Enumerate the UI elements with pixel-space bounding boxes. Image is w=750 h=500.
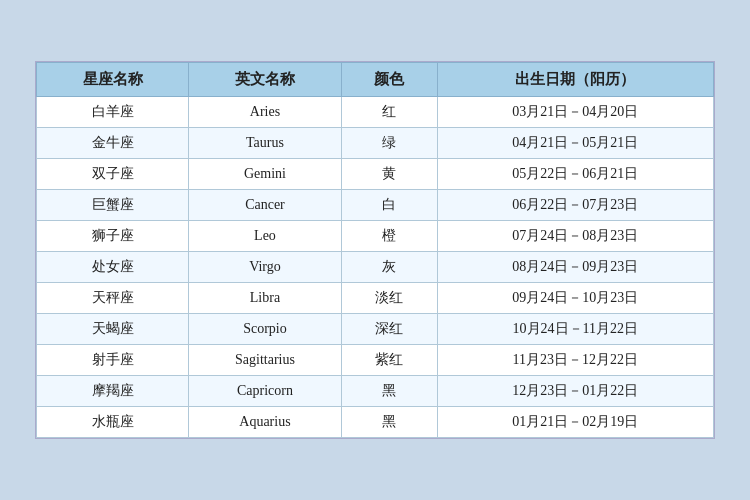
cell-3-3: 06月22日－07月23日 <box>437 190 713 221</box>
cell-1-1: Taurus <box>189 128 341 159</box>
col-header-chinese: 星座名称 <box>37 63 189 97</box>
cell-6-2: 淡红 <box>341 283 437 314</box>
table-row: 巨蟹座Cancer白06月22日－07月23日 <box>37 190 714 221</box>
cell-0-0: 白羊座 <box>37 97 189 128</box>
cell-8-0: 射手座 <box>37 345 189 376</box>
table-row: 双子座Gemini黄05月22日－06月21日 <box>37 159 714 190</box>
cell-2-2: 黄 <box>341 159 437 190</box>
table-row: 天秤座Libra淡红09月24日－10月23日 <box>37 283 714 314</box>
cell-5-3: 08月24日－09月23日 <box>437 252 713 283</box>
table-row: 水瓶座Aquarius黑01月21日－02月19日 <box>37 407 714 438</box>
cell-4-2: 橙 <box>341 221 437 252</box>
cell-1-2: 绿 <box>341 128 437 159</box>
col-header-dates: 出生日期（阳历） <box>437 63 713 97</box>
cell-4-0: 狮子座 <box>37 221 189 252</box>
table-row: 金牛座Taurus绿04月21日－05月21日 <box>37 128 714 159</box>
cell-9-3: 12月23日－01月22日 <box>437 376 713 407</box>
cell-6-1: Libra <box>189 283 341 314</box>
cell-1-0: 金牛座 <box>37 128 189 159</box>
table-header-row: 星座名称 英文名称 颜色 出生日期（阳历） <box>37 63 714 97</box>
cell-10-1: Aquarius <box>189 407 341 438</box>
cell-9-2: 黑 <box>341 376 437 407</box>
table-row: 狮子座Leo橙07月24日－08月23日 <box>37 221 714 252</box>
cell-7-2: 深红 <box>341 314 437 345</box>
cell-0-2: 红 <box>341 97 437 128</box>
table-row: 天蝎座Scorpio深红10月24日－11月22日 <box>37 314 714 345</box>
cell-2-1: Gemini <box>189 159 341 190</box>
col-header-color: 颜色 <box>341 63 437 97</box>
cell-0-1: Aries <box>189 97 341 128</box>
cell-2-3: 05月22日－06月21日 <box>437 159 713 190</box>
cell-6-3: 09月24日－10月23日 <box>437 283 713 314</box>
table-row: 摩羯座Capricorn黑12月23日－01月22日 <box>37 376 714 407</box>
cell-9-1: Capricorn <box>189 376 341 407</box>
zodiac-table: 星座名称 英文名称 颜色 出生日期（阳历） 白羊座Aries红03月21日－04… <box>36 62 714 438</box>
cell-0-3: 03月21日－04月20日 <box>437 97 713 128</box>
cell-9-0: 摩羯座 <box>37 376 189 407</box>
cell-3-2: 白 <box>341 190 437 221</box>
cell-7-0: 天蝎座 <box>37 314 189 345</box>
cell-3-1: Cancer <box>189 190 341 221</box>
cell-8-2: 紫红 <box>341 345 437 376</box>
cell-4-1: Leo <box>189 221 341 252</box>
cell-4-3: 07月24日－08月23日 <box>437 221 713 252</box>
cell-7-1: Scorpio <box>189 314 341 345</box>
cell-5-2: 灰 <box>341 252 437 283</box>
cell-2-0: 双子座 <box>37 159 189 190</box>
cell-8-3: 11月23日－12月22日 <box>437 345 713 376</box>
cell-3-0: 巨蟹座 <box>37 190 189 221</box>
table-row: 白羊座Aries红03月21日－04月20日 <box>37 97 714 128</box>
zodiac-table-container: 星座名称 英文名称 颜色 出生日期（阳历） 白羊座Aries红03月21日－04… <box>35 61 715 439</box>
table-row: 射手座Sagittarius紫红11月23日－12月22日 <box>37 345 714 376</box>
cell-1-3: 04月21日－05月21日 <box>437 128 713 159</box>
cell-10-0: 水瓶座 <box>37 407 189 438</box>
cell-6-0: 天秤座 <box>37 283 189 314</box>
cell-5-1: Virgo <box>189 252 341 283</box>
cell-10-2: 黑 <box>341 407 437 438</box>
cell-8-1: Sagittarius <box>189 345 341 376</box>
cell-10-3: 01月21日－02月19日 <box>437 407 713 438</box>
cell-5-0: 处女座 <box>37 252 189 283</box>
col-header-english: 英文名称 <box>189 63 341 97</box>
table-row: 处女座Virgo灰08月24日－09月23日 <box>37 252 714 283</box>
cell-7-3: 10月24日－11月22日 <box>437 314 713 345</box>
table-body: 白羊座Aries红03月21日－04月20日金牛座Taurus绿04月21日－0… <box>37 97 714 438</box>
